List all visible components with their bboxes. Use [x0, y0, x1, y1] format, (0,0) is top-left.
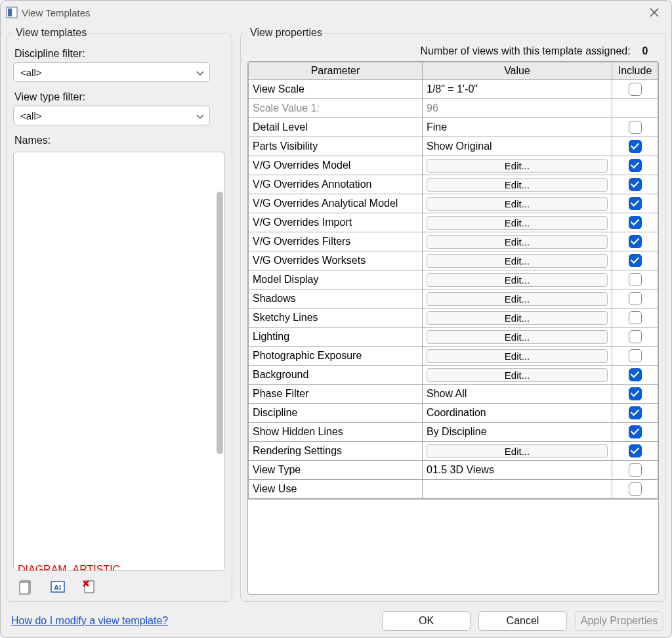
table-row: LightingEdit...: [249, 328, 658, 347]
value-cell[interactable]: Show All: [423, 385, 612, 404]
parameter-cell: Phase Filter: [249, 385, 423, 404]
value-cell: Edit...: [423, 289, 612, 308]
include-checkbox[interactable]: [629, 197, 642, 210]
close-button[interactable]: [644, 5, 665, 20]
table-row: V/G Overrides WorksetsEdit...: [249, 251, 658, 270]
include-checkbox[interactable]: [629, 444, 642, 457]
include-cell: [612, 289, 658, 308]
column-header-include[interactable]: Include: [612, 62, 658, 80]
viewtype-filter-combo[interactable]: <all>: [13, 106, 210, 125]
include-checkbox[interactable]: [629, 216, 642, 229]
value-cell[interactable]: Show Original: [423, 137, 612, 156]
parameter-cell: V/G Overrides Model: [249, 156, 423, 175]
table-row: Scale Value 1:96: [249, 99, 658, 118]
column-header-parameter[interactable]: Parameter: [249, 62, 423, 80]
properties-table: Parameter Value Include View Scale1/8" =…: [248, 62, 658, 499]
edit-button[interactable]: Edit...: [427, 159, 608, 173]
value-cell: Edit...: [423, 308, 612, 328]
edit-button[interactable]: Edit...: [427, 368, 608, 382]
include-checkbox[interactable]: [629, 330, 642, 343]
value-cell[interactable]: By Discipline: [423, 423, 612, 442]
value-cell[interactable]: Fine: [423, 118, 612, 137]
value-cell[interactable]: 96: [423, 99, 612, 118]
value-cell: Edit...: [423, 251, 612, 270]
include-checkbox[interactable]: [629, 463, 642, 477]
include-checkbox[interactable]: [629, 482, 642, 496]
include-checkbox[interactable]: [629, 121, 642, 134]
edit-button[interactable]: Edit...: [427, 235, 608, 249]
cancel-button[interactable]: Cancel: [478, 611, 567, 631]
include-cell: [612, 251, 658, 270]
include-checkbox[interactable]: [629, 273, 642, 286]
parameter-cell: View Scale: [249, 80, 423, 99]
include-checkbox[interactable]: [629, 425, 642, 438]
include-cell: [612, 118, 658, 137]
parameter-cell: Background: [249, 366, 423, 385]
viewtype-filter-label: View type filter:: [14, 91, 225, 103]
new-template-icon[interactable]: [18, 579, 34, 595]
include-checkbox[interactable]: [629, 83, 642, 96]
parameter-cell: Parts Visibility: [249, 137, 423, 156]
names-list-item[interactable]: DIAGRAM_ARTISTIC: [18, 564, 195, 570]
scrollbar[interactable]: [217, 192, 223, 454]
ok-button[interactable]: OK: [382, 611, 471, 631]
edit-button[interactable]: Edit...: [427, 178, 608, 192]
include-cell: [612, 423, 658, 442]
value-cell[interactable]: [423, 480, 612, 499]
value-cell[interactable]: Coordination: [423, 404, 612, 423]
include-checkbox[interactable]: [629, 406, 642, 419]
parameter-cell: Sketchy Lines: [249, 308, 423, 328]
app-icon: [6, 7, 18, 18]
value-cell: Edit...: [423, 366, 612, 385]
assigned-count-line: Number of views with this template assig…: [247, 44, 659, 61]
edit-button[interactable]: Edit...: [427, 444, 608, 458]
edit-button[interactable]: Edit...: [427, 330, 608, 344]
rename-template-icon[interactable]: AI: [50, 579, 66, 595]
parameter-cell: V/G Overrides Import: [249, 213, 423, 232]
table-row: Phase FilterShow All: [249, 385, 658, 404]
titlebar: View Templates: [1, 1, 671, 23]
apply-properties-button[interactable]: Apply Properties: [575, 611, 663, 631]
names-listbox[interactable]: DIAGRAM_ARTISTIC: [13, 152, 225, 571]
edit-button[interactable]: Edit...: [427, 197, 608, 211]
include-cell: [612, 232, 658, 251]
include-checkbox[interactable]: [629, 159, 642, 172]
parameter-cell: View Use: [249, 480, 423, 499]
edit-button[interactable]: Edit...: [427, 254, 608, 268]
include-checkbox[interactable]: [629, 178, 642, 191]
include-checkbox[interactable]: [629, 292, 642, 305]
include-checkbox[interactable]: [629, 387, 642, 400]
edit-button[interactable]: Edit...: [427, 216, 608, 230]
help-link[interactable]: How do I modify a view template?: [11, 615, 168, 627]
edit-button[interactable]: Edit...: [427, 349, 608, 363]
include-cell: [612, 328, 658, 347]
include-checkbox[interactable]: [629, 349, 642, 362]
include-cell: [612, 194, 658, 213]
include-checkbox[interactable]: [629, 140, 642, 153]
svg-text:AI: AI: [54, 584, 61, 591]
include-cell: [612, 175, 658, 194]
parameter-cell: Scale Value 1:: [249, 99, 423, 118]
value-cell[interactable]: 1/8" = 1'-0": [423, 80, 612, 99]
parameter-cell: Detail Level: [249, 118, 423, 137]
view-templates-dialog: View Templates View templates Discipline…: [0, 0, 672, 638]
include-checkbox[interactable]: [629, 254, 642, 267]
edit-button[interactable]: Edit...: [427, 292, 608, 306]
delete-template-icon[interactable]: [81, 579, 97, 595]
include-checkbox[interactable]: [629, 311, 642, 324]
edit-button[interactable]: Edit...: [427, 273, 608, 287]
include-checkbox[interactable]: [629, 235, 642, 248]
dialog-footer: How do I modify a view template? OK Canc…: [1, 607, 671, 637]
include-cell: [612, 213, 658, 232]
table-row: V/G Overrides ModelEdit...: [249, 156, 658, 175]
parameter-cell: View Type: [249, 461, 423, 480]
discipline-filter-combo[interactable]: <all>: [13, 62, 210, 82]
edit-button[interactable]: Edit...: [427, 311, 608, 325]
column-header-value[interactable]: Value: [423, 62, 612, 80]
value-cell[interactable]: 01.5 3D Views: [423, 461, 612, 480]
include-cell: [612, 99, 658, 118]
include-checkbox[interactable]: [629, 368, 642, 381]
table-row: BackgroundEdit...: [249, 366, 658, 385]
svg-rect-3: [20, 582, 29, 594]
value-cell: Edit...: [423, 347, 612, 366]
